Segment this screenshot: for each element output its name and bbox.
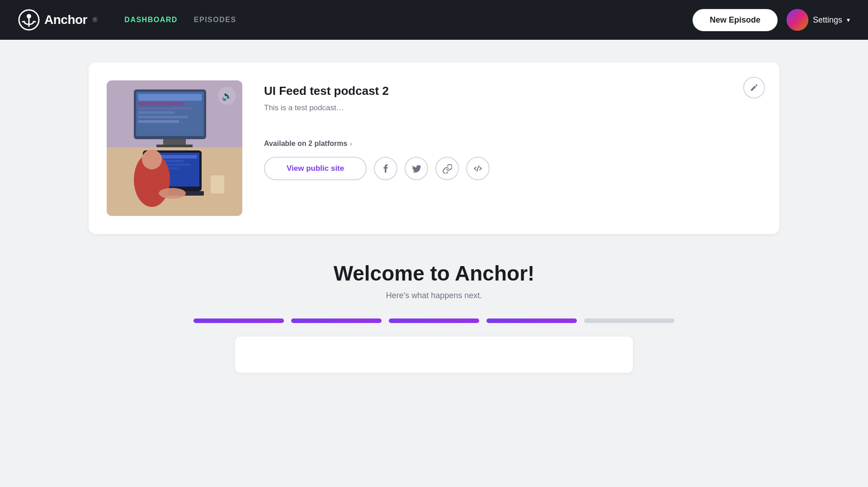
progress-step-5[interactable] xyxy=(584,318,675,323)
audio-badge: 🔊 xyxy=(218,87,236,105)
progress-step-1[interactable] xyxy=(193,318,284,323)
facebook-share-button[interactable] xyxy=(374,157,397,180)
welcome-subtitle: Here's what happens next. xyxy=(89,291,779,300)
chevron-down-icon: ▾ xyxy=(847,16,850,23)
svg-rect-13 xyxy=(138,116,188,118)
avatar xyxy=(787,9,808,31)
svg-rect-14 xyxy=(138,120,179,123)
link-icon xyxy=(442,164,452,173)
new-episode-button[interactable]: New Episode xyxy=(693,9,778,31)
copy-link-button[interactable] xyxy=(435,157,459,180)
anchor-logo-icon xyxy=(18,9,40,31)
podcast-actions: View public site xyxy=(264,157,761,180)
svg-rect-10 xyxy=(138,102,184,106)
podcast-info: UI Feed test podcast 2 This is a test po… xyxy=(264,80,761,180)
nav-episodes[interactable]: EPISODES xyxy=(194,16,236,24)
edit-podcast-button[interactable] xyxy=(743,77,765,98)
settings-area[interactable]: Settings ▾ xyxy=(787,9,850,31)
podcast-title: UI Feed test podcast 2 xyxy=(264,84,761,98)
svg-point-27 xyxy=(159,188,186,199)
brand-logo[interactable]: Anchor ® xyxy=(18,9,97,31)
chevron-right-icon: › xyxy=(350,140,352,147)
svg-rect-11 xyxy=(138,107,193,110)
progress-step-4[interactable] xyxy=(486,318,577,323)
embed-button[interactable] xyxy=(466,157,490,180)
podcast-description: This is a test podcast… xyxy=(264,103,761,112)
welcome-section: Welcome to Anchor! Here's what happens n… xyxy=(89,261,779,373)
twitter-icon xyxy=(411,164,421,173)
brand-name: Anchor xyxy=(44,13,87,27)
svg-rect-16 xyxy=(156,145,193,147)
settings-label: Settings xyxy=(813,15,842,25)
facebook-icon xyxy=(381,164,391,173)
pencil-icon xyxy=(750,83,759,92)
twitter-share-button[interactable] xyxy=(405,157,428,180)
svg-line-29 xyxy=(477,166,479,171)
podcast-thumbnail: 🔊 xyxy=(107,80,242,216)
progress-step-2[interactable] xyxy=(291,318,382,323)
progress-step-3[interactable] xyxy=(389,318,479,323)
nav-links: DASHBOARD EPISODES xyxy=(124,16,675,24)
nav-dashboard[interactable]: DASHBOARD xyxy=(124,16,178,24)
svg-rect-9 xyxy=(138,94,202,101)
view-public-site-button[interactable]: View public site xyxy=(264,157,367,180)
navbar: Anchor ® DASHBOARD EPISODES New Episode … xyxy=(0,0,868,40)
svg-rect-12 xyxy=(138,111,175,114)
svg-point-26 xyxy=(142,150,162,169)
main-content: 🔊 UI Feed test podcast 2 This is a test … xyxy=(0,40,868,400)
navbar-right: New Episode Settings ▾ xyxy=(693,9,850,31)
brand-registered: ® xyxy=(93,16,97,23)
step-content-box xyxy=(235,337,633,373)
welcome-title: Welcome to Anchor! xyxy=(89,261,779,286)
svg-rect-15 xyxy=(163,139,186,145)
audio-icon: 🔊 xyxy=(222,90,233,101)
platforms-label: Available on 2 platforms xyxy=(264,140,347,148)
platforms-link[interactable]: Available on 2 platforms › xyxy=(264,140,761,148)
progress-steps xyxy=(89,318,779,323)
svg-rect-28 xyxy=(211,175,224,193)
embed-icon xyxy=(473,164,483,173)
podcast-card: 🔊 UI Feed test podcast 2 This is a test … xyxy=(89,62,779,234)
